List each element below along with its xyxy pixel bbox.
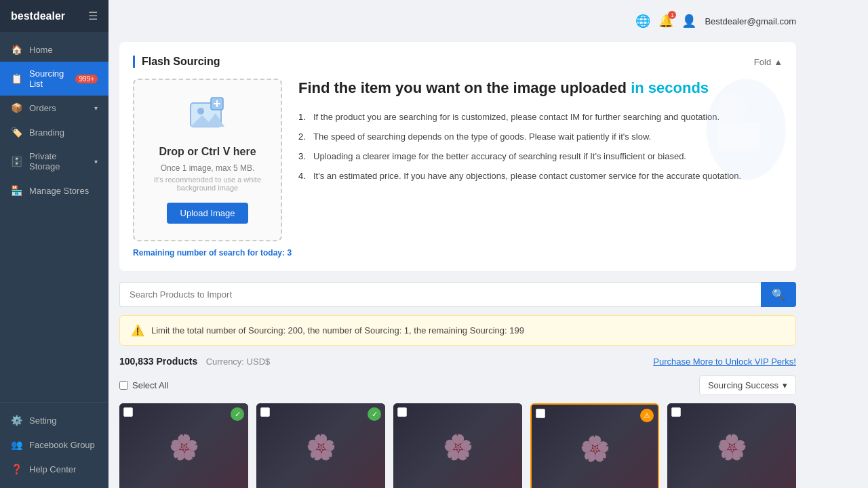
logo-text: bestdealer — [11, 10, 65, 22]
sidebar-item-help-center[interactable]: ❓ Help Center — [0, 457, 108, 481]
logo-area: bestdealer ☰ — [0, 0, 108, 32]
instruction-text-2: The speed of searching depends on the ty… — [313, 131, 651, 142]
sidebar-bottom: ⚙️ Setting 👥 Facebook Group ❓ Help Cente… — [0, 402, 108, 488]
products-count-area: 100,833 Products Currency: USD$ — [119, 355, 270, 367]
sourcing-dropdown-label: Sourcing Success — [708, 380, 778, 390]
product-card-5[interactable]: 🌸 Five-color highlight powder — [667, 403, 796, 488]
sourcing-badge: 999+ — [75, 75, 98, 83]
search-icon: 🔍 — [772, 289, 785, 300]
svg-point-7 — [717, 94, 747, 123]
instruction-text-3: Uploading a clearer image for the better… — [313, 151, 686, 161]
warning-message: Limit the total number of Sourcing: 200,… — [151, 325, 524, 336]
select-all-text: Select All — [132, 380, 168, 390]
fold-chevron-icon: ▲ — [774, 57, 783, 67]
drop-zone-sub: Once 1 image, max 5 MB. — [161, 163, 255, 173]
sidebar-item-private-storage[interactable]: 🗄️ Private Storage ▾ — [0, 144, 108, 178]
product-image-1: ✓ 🌸 — [119, 403, 248, 488]
product-checkbox-3[interactable] — [397, 407, 407, 417]
currency-label: Currency: USD$ — [206, 357, 271, 367]
user-email: Bestdealer@gmail.com — [705, 16, 796, 26]
product-checkbox-4[interactable] — [536, 409, 545, 418]
remaining-searches: Remaining number of search for today: 3 — [133, 248, 783, 258]
stores-icon: 🏪 — [11, 185, 22, 196]
svg-point-1 — [197, 108, 204, 115]
product-image-3: 🌸 — [393, 403, 522, 488]
sidebar-item-branding[interactable]: 🏷️ Branding — [0, 120, 108, 144]
sidebar-label-storage: Private Storage — [29, 151, 87, 171]
remaining-count: 3 — [287, 248, 292, 258]
instruction-text-1: If the product you are searching for is … — [313, 112, 719, 122]
sidebar-label-orders: Orders — [29, 103, 56, 113]
sidebar-label-home: Home — [29, 45, 53, 55]
hamburger-icon[interactable]: ☰ — [88, 9, 98, 22]
upload-image-button[interactable]: Upload Image — [167, 203, 249, 224]
product-image-2: ✓ 🌸 — [256, 403, 385, 488]
sidebar-item-manage-stores[interactable]: 🏪 Manage Stores — [0, 178, 108, 203]
help-icon: ❓ — [11, 464, 22, 474]
warning-banner: ⚠️ Limit the total number of Sourcing: 2… — [119, 315, 796, 346]
products-header: 100,833 Products Currency: USD$ Purchase… — [119, 355, 796, 367]
setting-icon: ⚙️ — [11, 415, 22, 426]
sidebar-item-sourcing-list[interactable]: 📋 Sourcing List 999+ — [0, 62, 108, 96]
orders-icon: 📦 — [11, 102, 22, 113]
product-card-2[interactable]: ✓ 🌸 Five-color highlight powder — [256, 403, 385, 488]
orders-chevron-icon: ▾ — [94, 104, 98, 112]
svg-rect-8 — [717, 122, 761, 151]
sidebar-label-setting: Setting — [29, 415, 56, 426]
sourcing-list-icon: 📋 — [11, 73, 22, 84]
product-image-5: 🌸 — [667, 403, 796, 488]
products-count: 100,833 Products — [119, 356, 197, 367]
product-status-badge-1: ✓ — [231, 407, 244, 421]
product-status-badge-2: ✓ — [368, 407, 381, 421]
flash-sourcing-title: Flash Sourcing — [133, 56, 220, 68]
product-checkbox-2[interactable] — [260, 407, 270, 417]
fold-label: Fold — [754, 57, 771, 67]
flash-sourcing-header: Flash Sourcing Fold ▲ — [133, 56, 783, 68]
flash-sourcing-card: Flash Sourcing Fold ▲ — [119, 42, 796, 271]
instructions-panel: Find the item you want on the image uplo… — [298, 79, 783, 241]
vip-link[interactable]: Purchase More to Unlock VIP Perks! — [653, 357, 796, 367]
product-status-badge-4: ⚠ — [640, 409, 654, 422]
product-card-1[interactable]: ✓ 🌸 Five-color highlight powder — [119, 403, 248, 488]
branding-icon: 🏷️ — [11, 127, 22, 138]
select-all-label[interactable]: Select All — [119, 380, 168, 390]
sidebar-item-facebook-group[interactable]: 👥 Facebook Group — [0, 432, 108, 457]
sidebar-label-help: Help Center — [29, 464, 76, 474]
sidebar-item-home[interactable]: 🏠 Home — [0, 37, 108, 62]
product-grid: ✓ 🌸 Five-color highlight powder ✓ 🌸 Five… — [119, 403, 796, 488]
home-icon: 🏠 — [11, 44, 22, 55]
select-all-checkbox[interactable] — [119, 381, 128, 390]
user-icon: 👤 — [682, 14, 696, 28]
sidebar-nav: 🏠 Home 📋 Sourcing List 999+ 📦 Orders ▾ 🏷… — [0, 32, 108, 402]
product-image-4: ⚠ 🌸 — [532, 405, 658, 488]
sidebar-label-facebook: Facebook Group — [29, 440, 95, 450]
sourcing-success-dropdown[interactable]: Sourcing Success ▾ — [699, 375, 796, 395]
search-button[interactable]: 🔍 — [761, 282, 796, 307]
drop-zone-note: It's recommended to use a white backgrou… — [145, 176, 270, 192]
storage-chevron-icon: ▾ — [94, 158, 98, 165]
sidebar-item-setting[interactable]: ⚙️ Setting — [0, 408, 108, 432]
storage-icon: 🗄️ — [11, 156, 22, 167]
bell-icon[interactable]: 🔔 1 — [658, 14, 673, 28]
product-checkbox-5[interactable] — [671, 407, 681, 417]
heading-main: Find the item you want on the image uplo… — [298, 79, 627, 96]
product-card-4[interactable]: ⚠ 🌸 Five-color highlight powder — [530, 403, 659, 488]
facebook-icon: 👥 — [11, 439, 22, 450]
remaining-label: Remaining number of search for today: — [133, 248, 285, 258]
sidebar-label-branding: Branding — [29, 127, 64, 138]
drop-zone-title: Drop or Ctrl V here — [159, 146, 256, 158]
dropdown-chevron-icon: ▾ — [783, 380, 787, 390]
sidebar-label-sourcing-list: Sourcing List — [29, 68, 68, 89]
drop-zone[interactable]: Drop or Ctrl V here Once 1 image, max 5 … — [133, 79, 282, 241]
globe-icon[interactable]: 🌐 — [635, 14, 650, 28]
product-card-3[interactable]: 🌸 Five-color highlight powder — [393, 403, 522, 488]
product-checkbox-1[interactable] — [123, 407, 133, 417]
sidebar-label-stores: Manage Stores — [29, 186, 89, 196]
decoration-illustration — [674, 72, 789, 187]
search-input[interactable] — [119, 282, 761, 307]
sidebar: bestdealer ☰ 🏠 Home 📋 Sourcing List 999+… — [0, 0, 108, 488]
sidebar-item-orders[interactable]: 📦 Orders ▾ — [0, 96, 108, 120]
search-bar-row: 🔍 — [119, 282, 796, 307]
flash-sourcing-body: Drop or Ctrl V here Once 1 image, max 5 … — [133, 79, 783, 241]
fold-button[interactable]: Fold ▲ — [754, 57, 783, 67]
